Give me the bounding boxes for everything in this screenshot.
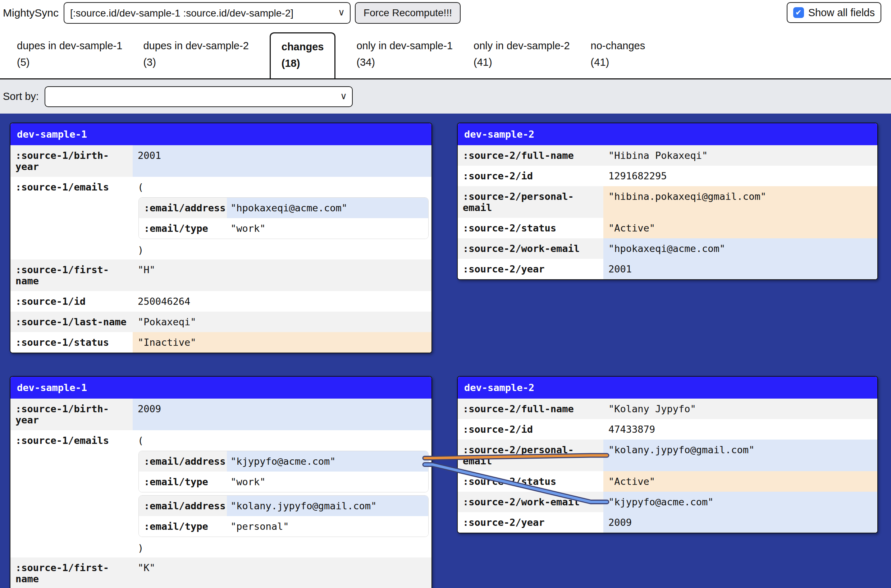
field-key: :source-2/id [458, 419, 603, 440]
tab-label: no-changes [591, 38, 645, 54]
tab-label: changes [281, 39, 324, 55]
field-key: :source-2/personal-email [458, 186, 603, 218]
field-row: :source-2/full-name "Kolany Jypyfo" [458, 399, 877, 419]
field-row: :source-1/first-name "K" [11, 558, 431, 588]
field-key: :source-2/full-name [458, 399, 603, 419]
field-value: "kjypyfo@acme.com" [603, 492, 877, 512]
record-card-dev-sample-2: dev-sample-2 :source-2/full-name "Hibina… [457, 123, 878, 280]
card-title: dev-sample-2 [458, 123, 877, 145]
tab-dupes-in-dev-sample-2[interactable]: dupes in dev-sample-2 (3) [143, 32, 248, 78]
field-row: :email/type "work" [139, 218, 428, 238]
tab-changes[interactable]: changes (18) [270, 32, 336, 78]
field-value: "Active" [603, 471, 877, 492]
field-value: 1291682295 [603, 166, 877, 186]
field-value: "kolany.jypyfo@gmail.com" [603, 440, 877, 471]
field-row: :source-2/id 1291682295 [458, 166, 877, 186]
dataset-select-wrap: [:source.id/dev-sample-1 :source.id/dev-… [64, 2, 350, 24]
field-key: :source-2/personal-email [458, 440, 603, 471]
results-area: dev-sample-1 :source-1/birth-year 2001 :… [0, 114, 891, 588]
tab-count: (18) [281, 55, 324, 72]
email-subtable: :email/address "hpokaxeqi@acme.com" :ema… [138, 197, 428, 239]
tab-only-in-dev-sample-1[interactable]: only in dev-sample-1 (34) [356, 32, 453, 78]
field-row: :source-1/emails ( :email/address "kjypy… [11, 430, 431, 558]
show-all-fields-label: Show all fields [808, 7, 875, 19]
field-key: :source-2/full-name [458, 145, 603, 166]
record-card-dev-sample-1: dev-sample-1 :source-1/birth-year 2009 :… [10, 376, 432, 588]
list-close-paren: ) [133, 538, 431, 558]
field-value: "hpokaxeqi@acme.com" [603, 238, 877, 259]
tab-label: only in dev-sample-1 [356, 38, 453, 54]
field-key: :source-2/status [458, 218, 603, 238]
field-row: :source-1/status "Inactive" [11, 332, 431, 352]
field-value: "Kolany Jypyfo" [603, 399, 877, 419]
field-key: :source-1/last-name [11, 312, 133, 332]
field-value: "Pokaxeqi" [133, 312, 431, 332]
field-key: :source-1/first-name [11, 558, 133, 588]
field-value: 2009 [133, 399, 431, 430]
field-value: "Inactive" [133, 332, 431, 352]
record-card-dev-sample-2: dev-sample-2 :source-2/full-name "Kolany… [457, 376, 878, 533]
card-title: dev-sample-2 [458, 376, 877, 399]
field-value: "hpokaxeqi@acme.com" [227, 198, 428, 218]
field-key: :email/type [139, 471, 227, 492]
tab-label: dupes in dev-sample-1 [17, 38, 122, 54]
dataset-select[interactable]: [:source.id/dev-sample-1 :source.id/dev-… [64, 2, 350, 24]
field-key: :email/type [139, 218, 227, 238]
email-subtable: :email/address "kjypyfo@acme.com" :email… [138, 451, 428, 492]
list-close-paren: ) [133, 240, 431, 260]
tab-count: (41) [473, 54, 570, 70]
field-key: :source-2/work-email [458, 492, 603, 512]
field-key: :source-1/birth-year [11, 145, 133, 177]
sort-by-label: Sort by: [3, 91, 39, 102]
field-value: "work" [227, 471, 428, 492]
field-row: :source-2/status "Active" [458, 471, 877, 492]
field-key: :source-2/year [458, 512, 603, 532]
field-value: 2009 [603, 512, 877, 532]
sort-select[interactable] [45, 86, 353, 107]
field-value: "work" [227, 218, 428, 238]
card-title: dev-sample-1 [11, 123, 431, 145]
field-row: :email/address "kolany.jypyfo@gmail.com" [139, 496, 428, 516]
field-key: :source-2/id [458, 166, 603, 186]
list-open-paren: ( [133, 430, 431, 450]
force-recompute-button[interactable]: Force Recompute!!! [355, 2, 461, 24]
field-row: :source-2/personal-email "hibina.pokaxeq… [458, 186, 877, 218]
field-key: :source-1/status [11, 332, 133, 352]
tab-count: (41) [591, 54, 645, 70]
field-row: :source-2/work-email "hpokaxeqi@acme.com… [458, 238, 877, 259]
tab-dupes-in-dev-sample-1[interactable]: dupes in dev-sample-1 (5) [17, 32, 122, 78]
field-key: :email/address [139, 496, 227, 516]
sort-bar: Sort by: [0, 80, 891, 114]
field-key: :email/type [139, 516, 227, 537]
field-row: :source-1/last-name "Pokaxeqi" [11, 312, 431, 332]
tab-only-in-dev-sample-2[interactable]: only in dev-sample-2 (41) [473, 32, 570, 78]
top-bar: MightySync [:source.id/dev-sample-1 :sou… [0, 0, 891, 32]
field-value: "H" [133, 260, 431, 291]
field-key: :source-1/birth-year [11, 399, 133, 430]
tab-no-changes[interactable]: no-changes (41) [591, 32, 645, 78]
tab-label: only in dev-sample-2 [473, 38, 570, 54]
field-row: :source-1/id 250046264 [11, 291, 431, 312]
show-all-fields-toggle[interactable]: Show all fields [787, 2, 881, 23]
record-card-dev-sample-1: dev-sample-1 :source-1/birth-year 2001 :… [10, 123, 432, 353]
field-row: :source-2/status "Active" [458, 218, 877, 238]
field-value: "Active" [603, 218, 877, 238]
field-value: "K" [133, 558, 431, 588]
tab-count: (5) [17, 54, 122, 70]
field-value: 2001 [133, 145, 431, 177]
email-subtable: :email/address "kolany.jypyfo@gmail.com"… [138, 495, 428, 537]
field-row: :source-2/year 2001 [458, 259, 877, 279]
field-key: :source-2/year [458, 259, 603, 279]
field-value: "kjypyfo@acme.com" [227, 451, 428, 471]
field-row: :email/address "kjypyfo@acme.com" [139, 451, 428, 471]
field-row: :source-1/first-name "H" [11, 260, 431, 291]
field-key: :source-1/first-name [11, 260, 133, 291]
tab-count: (3) [143, 54, 248, 70]
field-row: :email/type "personal" [139, 516, 428, 537]
tab-bar: dupes in dev-sample-1 (5) dupes in dev-s… [0, 32, 891, 80]
checkbox-checked-icon[interactable] [793, 7, 804, 18]
field-key: :email/address [139, 451, 227, 471]
field-row: :source-2/id 47433879 [458, 419, 877, 440]
field-value: "personal" [227, 516, 428, 537]
field-row: :source-1/emails ( :email/address "hpoka… [11, 177, 431, 260]
